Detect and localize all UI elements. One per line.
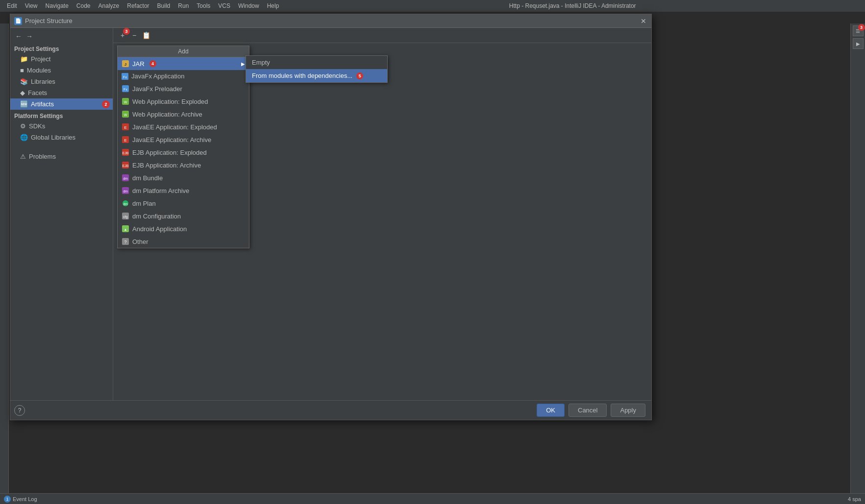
dialog-titlebar: 📄 Project Structure ✕ [10, 14, 651, 28]
dialog-title-text: Project Structure [25, 17, 73, 24]
jar-badge: 4 [149, 60, 156, 67]
event-log-badge: 1 [4, 496, 11, 503]
javafx-app-label: JavaFx Application [131, 72, 184, 80]
dm-platform-archive-icon: dm [122, 187, 129, 194]
forward-arrow[interactable]: → [25, 32, 34, 41]
dropdown-item-web-archive[interactable]: W Web Application: Archive [118, 108, 249, 120]
dm-platform-archive-label: dm Platform Archive [132, 187, 189, 194]
back-arrow[interactable]: ← [14, 32, 23, 41]
facets-icon: ◆ [20, 89, 25, 96]
sidebar-label-facets: Facets [28, 89, 47, 96]
dropdown-item-ejb-archive[interactable]: EJB EJB Application: Archive [118, 159, 249, 171]
sdks-icon: ⚙ [20, 122, 26, 130]
svg-text:Fx: Fx [124, 88, 127, 91]
project-structure-dialog: 📄 Project Structure ✕ ← → Project Settin… [10, 14, 652, 420]
menu-build[interactable]: Build [154, 1, 173, 10]
menu-tools[interactable]: Tools [194, 1, 213, 10]
from-modules-badge: 5 [356, 72, 363, 79]
dropdown-item-dm-configuration[interactable]: cfg dm Configuration [118, 210, 249, 222]
artifacts-badge: 2 [102, 100, 110, 108]
svg-text:dm: dm [123, 177, 128, 180]
sidebar-item-libraries[interactable]: 📚 Libraries [10, 76, 113, 87]
toolbar-expand-btn[interactable]: ▶ [853, 38, 864, 49]
dropdown-item-javafx-preloader[interactable]: Fx JavaFx Preloader [118, 82, 249, 95]
dropdown-item-dm-bundle[interactable]: dm dm Bundle [118, 171, 249, 184]
sidebar-item-problems[interactable]: ⚠ Problems [10, 151, 113, 162]
svg-text:E: E [124, 138, 126, 143]
menu-help[interactable]: Help [264, 1, 282, 10]
platform-settings-label: Platform Settings [10, 110, 113, 120]
status-bar: 1 Event Log 4 spa [0, 493, 865, 504]
project-icon: 📁 [20, 55, 28, 63]
toolbar-layout-btn[interactable]: ☰ 3 [853, 25, 864, 36]
dropdown-item-javaee-exploded[interactable]: E JavaEE Application: Exploded [118, 120, 249, 133]
svg-text:cfg: cfg [123, 215, 127, 219]
dropdown-item-javafx-app[interactable]: Fx JavaFx Application [118, 70, 249, 82]
dialog-icon: 📄 [14, 17, 22, 25]
web-exploded-label: Web Application: Exploded [132, 98, 208, 105]
sidebar-label-libraries: Libraries [31, 78, 55, 85]
submenu-item-from-modules[interactable]: From modules with dependencies... 5 [246, 69, 387, 82]
javafx-app-icon: Fx [122, 73, 128, 80]
add-button[interactable]: + 3 [117, 30, 128, 41]
sidebar-label-problems: Problems [29, 153, 56, 160]
project-settings-label: Project Settings [10, 43, 113, 53]
javaee-exploded-label: JavaEE Application: Exploded [132, 123, 217, 131]
javaee-archive-label: JavaEE Application: Archive [132, 136, 211, 144]
help-button[interactable]: ? [14, 405, 25, 416]
ok-button[interactable]: OK [537, 404, 565, 417]
problems-icon: ⚠ [20, 153, 26, 160]
expand-icon: ▶ [856, 41, 860, 47]
jar-label: JAR [132, 60, 145, 68]
sidebar-item-facets[interactable]: ◆ Facets [10, 87, 113, 98]
sidebar-item-sdks[interactable]: ⚙ SDKs [10, 120, 113, 132]
left-strip [0, 24, 9, 504]
sidebar-item-global-libraries[interactable]: 🌐 Global Libraries [10, 132, 113, 143]
menu-refactor[interactable]: Refactor [124, 1, 152, 10]
menu-vcs[interactable]: VCS [215, 1, 233, 10]
add-dropdown-header: Add [118, 46, 249, 57]
dropdown-item-dm-plan[interactable]: dm dm Plan [118, 197, 249, 210]
close-button[interactable]: ✕ [640, 17, 647, 25]
add-dropdown: Add J JAR 4 ▶ [117, 46, 249, 248]
sidebar-label-sdks: SDKs [29, 122, 45, 130]
event-log-item[interactable]: 1 Event Log [4, 496, 37, 503]
jar-submenu: Empty From modules with dependencies... … [246, 55, 388, 83]
svg-text:Fx: Fx [123, 75, 127, 79]
sidebar-item-modules[interactable]: ■ Modules [10, 65, 113, 76]
dm-bundle-label: dm Bundle [132, 174, 163, 182]
spaces-label: 4 spa [848, 496, 861, 502]
dropdown-item-android-application[interactable]: ▲ Android Application [118, 222, 249, 235]
remove-button[interactable]: − [129, 30, 140, 41]
svg-text:dm: dm [123, 190, 128, 193]
svg-text:W: W [124, 113, 127, 117]
remove-icon: − [132, 31, 136, 39]
menu-view[interactable]: View [22, 1, 41, 10]
web-archive-icon: W [122, 110, 129, 118]
dm-configuration-icon: cfg [122, 212, 129, 220]
menu-window[interactable]: Window [235, 1, 262, 10]
dropdown-item-other[interactable]: ? Other [118, 235, 249, 248]
dropdown-item-jar[interactable]: J JAR 4 ▶ [118, 57, 249, 70]
submenu-item-empty[interactable]: Empty [246, 56, 387, 69]
javafx-preloader-label: JavaFx Preloader [132, 85, 182, 93]
dropdown-item-javaee-archive[interactable]: E JavaEE Application: Archive [118, 133, 249, 146]
main-content: + 3 − 📋 Add [113, 28, 651, 400]
apply-button[interactable]: Apply [611, 404, 645, 417]
menu-analyze[interactable]: Analyze [96, 1, 123, 10]
sidebar-label-global-libraries: Global Libraries [31, 134, 75, 141]
menu-edit[interactable]: Edit [4, 1, 20, 10]
sidebar-item-project[interactable]: 📁 Project [10, 53, 113, 65]
menu-navigate[interactable]: Navigate [42, 1, 71, 10]
dropdown-item-ejb-exploded[interactable]: EJB EJB Application: Exploded [118, 146, 249, 159]
dropdown-item-dm-platform-archive[interactable]: dm dm Platform Archive [118, 184, 249, 197]
dm-bundle-icon: dm [122, 174, 129, 182]
dropdown-item-web-exploded[interactable]: W Web Application: Exploded [118, 95, 249, 108]
cancel-button[interactable]: Cancel [568, 404, 607, 417]
other-icon: ? [122, 238, 129, 245]
menu-code[interactable]: Code [74, 1, 94, 10]
copy-button[interactable]: 📋 [141, 30, 151, 41]
menu-run[interactable]: Run [175, 1, 192, 10]
dialog-title-group: 📄 Project Structure [14, 17, 73, 25]
sidebar-item-artifacts[interactable]: 🆕 Artifacts 2 [10, 98, 113, 110]
